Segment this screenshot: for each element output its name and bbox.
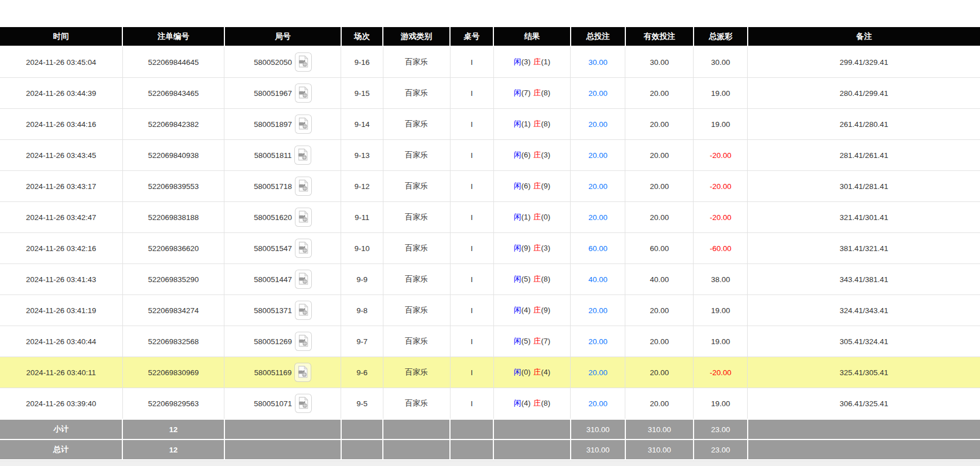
result-player-label: 闲	[514, 58, 522, 66]
round-number: 580051620	[254, 213, 292, 222]
column-header-remark: 备注	[748, 27, 980, 46]
time-cell: 2024-11-26 03:44:39	[0, 78, 122, 109]
result-player-label: 闲	[514, 399, 522, 407]
video-file-icon	[298, 55, 308, 68]
result-banker-label: 庄	[533, 213, 541, 221]
summary-empty-remark-cell	[748, 439, 980, 460]
video-replay-button[interactable]	[295, 332, 312, 351]
table-row: 2024-11-26 03:40:11522069830969580051169…	[0, 357, 980, 388]
valid-bet-cell: 20.00	[625, 388, 694, 420]
video-replay-button[interactable]	[295, 52, 312, 72]
result-player-value: (6)	[522, 151, 531, 159]
result-player-value: (6)	[522, 182, 531, 190]
table-header-row: 时间注单编号局号场次游戏类别桌号结果总投注有效投注总派彩备注	[0, 27, 980, 46]
table-no-cell: I	[450, 388, 493, 420]
video-file-icon	[298, 241, 308, 254]
video-replay-button[interactable]	[295, 394, 312, 413]
table-row: 2024-11-26 03:42:47522069838188580051620…	[0, 202, 980, 233]
table-row: 2024-11-26 03:39:40522069829563580051071…	[0, 388, 980, 420]
total-bet-cell: 20.00	[571, 140, 625, 171]
table-no-cell: I	[450, 233, 493, 264]
result-banker-label: 庄	[533, 306, 541, 314]
video-replay-button[interactable]	[295, 115, 312, 134]
result-player-value: (5)	[522, 337, 531, 345]
table-row: 2024-11-26 03:44:39522069843465580051967…	[0, 78, 980, 109]
bet-records-table: 时间注单编号局号场次游戏类别桌号结果总投注有效投注总派彩备注 2024-11-2…	[0, 26, 980, 460]
result-player-value: (4)	[522, 399, 531, 407]
time-cell: 2024-11-26 03:40:44	[0, 326, 122, 357]
result-player-value: (7)	[522, 89, 531, 97]
table-no-cell: I	[450, 140, 493, 171]
table-row: 2024-11-26 03:43:17522069839553580051718…	[0, 171, 980, 202]
table-header: 时间注单编号局号场次游戏类别桌号结果总投注有效投注总派彩备注	[0, 27, 980, 46]
column-header-table-no: 桌号	[450, 27, 493, 46]
total-bet-cell: 60.00	[571, 233, 625, 264]
game-type-cell: 百家乐	[383, 109, 450, 140]
bet-id-cell: 522069838188	[122, 202, 224, 233]
round-number: 580051269	[254, 337, 292, 346]
summary-payout-cell: 23.00	[694, 419, 748, 439]
result-banker-label: 庄	[533, 368, 541, 376]
session-cell: 9-16	[341, 46, 383, 78]
remark-cell: 321.41/301.41	[748, 202, 980, 233]
result-cell: 闲(1)庄(0)	[493, 202, 571, 233]
table-no-cell: I	[450, 78, 493, 109]
result-banker-value: (9)	[541, 306, 551, 314]
result-banker-label: 庄	[533, 89, 541, 97]
game-type-cell: 百家乐	[383, 388, 450, 420]
result-banker-label: 庄	[533, 182, 541, 190]
time-cell: 2024-11-26 03:42:16	[0, 233, 122, 264]
video-file-icon	[298, 397, 308, 409]
result-player-value: (1)	[522, 213, 531, 221]
session-cell: 9-5	[341, 388, 383, 420]
bet-id-cell: 522069836620	[122, 233, 224, 264]
video-file-icon	[298, 335, 308, 347]
result-banker-label: 庄	[533, 399, 541, 407]
table-no-cell: I	[450, 46, 493, 78]
video-replay-button[interactable]	[295, 83, 312, 103]
video-replay-button[interactable]	[295, 270, 312, 289]
remark-cell: 261.41/280.41	[748, 109, 980, 140]
video-replay-button[interactable]	[295, 177, 312, 196]
result-banker-label: 庄	[533, 151, 541, 159]
video-replay-button[interactable]	[295, 301, 312, 320]
table-row: 2024-11-26 03:40:44522069832568580051269…	[0, 326, 980, 357]
bet-id-cell: 522069839553	[122, 171, 224, 202]
valid-bet-cell: 20.00	[625, 295, 694, 326]
page-bottom-strip	[0, 460, 980, 466]
round-number: 580051897	[254, 120, 292, 129]
remark-cell: 299.41/329.41	[748, 46, 980, 78]
summary-empty-table-cell	[450, 439, 493, 460]
result-cell: 闲(9)庄(3)	[493, 233, 571, 264]
valid-bet-cell: 20.00	[625, 357, 694, 388]
summary-row: 小计12310.00310.0023.00	[0, 419, 980, 439]
round-cell: 580051897	[224, 109, 341, 140]
summary-total-bet-cell: 310.00	[571, 439, 625, 460]
summary-count-cell: 12	[122, 439, 224, 460]
round-number: 580051967	[254, 89, 292, 98]
valid-bet-cell: 20.00	[625, 326, 694, 357]
remark-cell: 325.41/305.41	[748, 357, 980, 388]
summary-empty-session-cell	[341, 419, 383, 439]
session-cell: 9-10	[341, 233, 383, 264]
total-bet-cell: 20.00	[571, 388, 625, 420]
video-replay-button[interactable]	[294, 363, 311, 382]
round-number: 580051371	[254, 306, 292, 315]
video-replay-button[interactable]	[294, 146, 311, 165]
table-no-cell: I	[450, 202, 493, 233]
summary-label-cell: 总计	[0, 439, 122, 460]
result-player-label: 闲	[514, 151, 522, 159]
game-type-cell: 百家乐	[383, 357, 450, 388]
result-player-label: 闲	[514, 182, 522, 190]
video-replay-button[interactable]	[295, 239, 312, 258]
video-replay-button[interactable]	[295, 208, 312, 227]
bet-id-cell: 522069835290	[122, 264, 224, 295]
result-banker-value: (4)	[541, 368, 551, 376]
result-player-value: (9)	[522, 244, 531, 252]
result-banker-label: 庄	[533, 58, 541, 66]
result-banker-value: (0)	[541, 213, 551, 221]
result-banker-value: (1)	[541, 58, 551, 66]
result-banker-value: (3)	[541, 151, 551, 159]
remark-cell: 281.41/261.41	[748, 140, 980, 171]
remark-cell: 305.41/324.41	[748, 326, 980, 357]
